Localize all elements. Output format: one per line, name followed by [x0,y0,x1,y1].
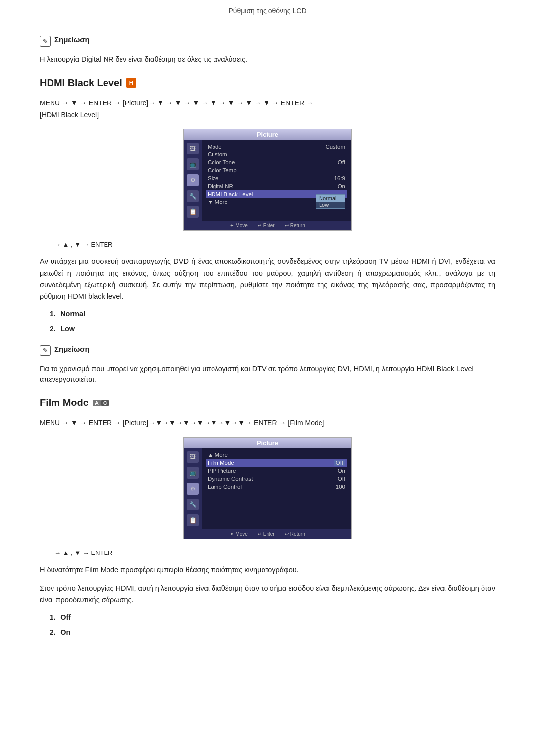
hdmi-body-text: Αν υπάρχει μια συσκευή αναπαραγωγής DVD … [40,256,495,302]
note2-container: ✎ Σημείωση [40,345,495,356]
dropdown-low: Low [316,202,345,208]
hdmi-section-title: HDMI Black Level H [40,77,495,89]
sidebar-icon-2: 📺 [187,158,199,170]
film-sidebar-icon-1: 🖼 [187,451,199,463]
film-footer-return: ↩ Return [285,531,305,537]
note1-text: Η λειτουργία Digital NR δεν είναι διαθέσ… [40,54,495,65]
hdmi-menu-sidebar: 🖼 📺 ⚙ 🔧 📋 [184,140,202,221]
dropdown-normal: Normal [316,195,345,202]
note2-text: Για το χρονισμό που μπορεί να χρησιμοποι… [40,364,495,386]
film-row-pip: PIP Picture On [206,467,347,475]
film-more-row: ▲ More [206,451,347,459]
menu-row-hdmiblack: HDMI Black Level Normal Low [206,190,347,198]
hdmi-picture-menu: Picture 🖼 📺 ⚙ 🔧 📋 Mode Custom Custom [183,129,352,231]
footer-move: ✦ Move [230,223,247,228]
hdmi-menu-header: Picture [184,129,351,140]
film-menu-footer: ✦ Move ↵ Enter ↩ Return [184,529,351,539]
page-header: Ρύθμιση της οθόνης LCD [0,0,535,20]
film-badges: A C [93,400,109,406]
footer-return: ↩ Return [285,223,305,228]
film-menu-items: ▲ More Film Mode Off PIP Picture On Dyna… [202,448,351,529]
hdmi-arrow-indicator: → ▲ , ▼ → ENTER [54,241,495,248]
hdmi-menu-footer: ✦ Move ↵ Enter ↩ Return [184,221,351,230]
film-sidebar-icon-4: 🔧 [187,499,199,510]
menu-row-colortemp: Color Temp [206,166,347,174]
film-arrow-indicator: → ▲ , ▼ → ENTER [54,549,495,556]
menu-row-custom: Custom [206,151,347,158]
sidebar-icon-5: 📋 [187,206,199,218]
film-menu-header: Picture [184,438,351,448]
hdmi-menu-path: MENU → ▼ → ENTER → [Picture]→ ▼ → ▼ → ▼ … [40,98,495,121]
hdmi-list-item-1: 1. Normal [50,309,495,320]
film-row-lampcontrol: Lamp Control 100 [206,483,347,491]
menu-row-colortone: Color Tone Off [206,158,347,166]
film-section-title: Film Mode A C [40,397,495,408]
film-row-filmmode: Film Mode Off [206,459,347,467]
film-empty-space [206,491,347,505]
film-footer-enter: ↵ Enter [258,531,275,537]
sidebar-icon-4: 🔧 [187,190,199,202]
note1-icon: ✎ [40,36,51,47]
film-sidebar-icon-5: 📋 [187,514,199,526]
film-sidebar-icon-3: ⚙ [187,483,199,495]
film-row-dyncontrast: Dynamic Contrast Off [206,475,347,483]
sidebar-icon-3: ⚙ [187,174,199,186]
film-menu-sidebar: 🖼 📺 ⚙ 🔧 📋 [184,448,202,529]
film-picture-menu: Picture 🖼 📺 ⚙ 🔧 📋 ▲ More Film Mode Off P… [183,437,352,539]
menu-row-size: Size 16:9 [206,174,347,182]
film-footer-move: ✦ Move [230,531,247,537]
film-sidebar-icon-2: 📺 [187,467,199,479]
menu-row-digitalnr: Digital NR On [206,182,347,190]
note1-title: Σημείωση [54,35,90,44]
film-body-text2: Στον τρόπο λειτουργίας HDMI, αυτή η λειτ… [40,583,495,605]
hdmi-list-item-2: 2. Low [50,324,495,335]
footer-enter: ↵ Enter [258,223,275,228]
film-body-text1: Η δυνατότητα Film Mode προσφέρει εμπειρί… [40,564,495,576]
note2-icon: ✎ [40,345,51,356]
hdmi-dropdown-options: Normal Low [316,194,345,209]
note1-container: ✎ Σημείωση [40,35,495,47]
note2-title: Σημείωση [54,345,90,353]
menu-row-mode: Mode Custom [206,143,347,151]
hdmi-badge: H [126,78,136,88]
bottom-border [20,677,515,677]
sidebar-icon-1: 🖼 [187,143,199,154]
film-list-item-2: 2. On [50,627,495,638]
film-list-item-1: 1. Off [50,612,495,623]
hdmi-menu-items: Mode Custom Custom Color Tone Off Color … [202,140,351,221]
film-menu-path: MENU → ▼ → ENTER → [Picture]→▼→▼→▼→▼→▼→▼… [40,417,495,429]
